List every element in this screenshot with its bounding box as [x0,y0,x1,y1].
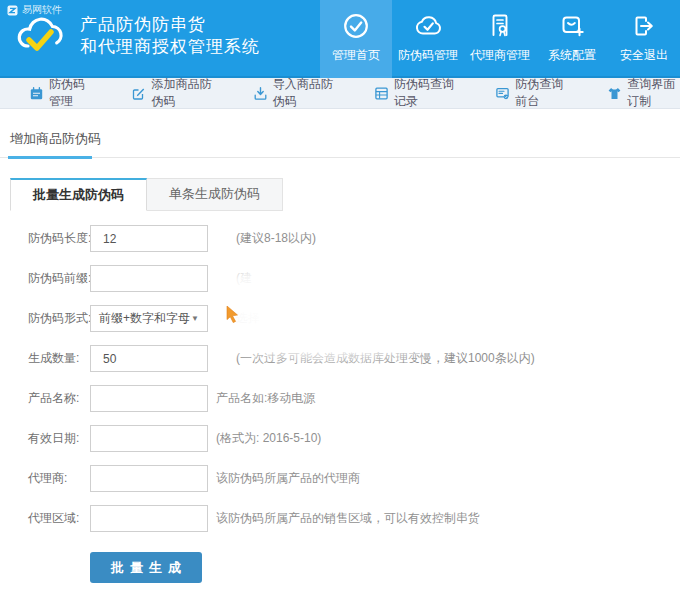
nav-item-system-config[interactable]: 系统配置 [536,0,608,78]
form-row-agent-region: 代理区域: 该防伪码所属产品的销售区域，可以有效控制串货 [28,505,680,532]
circle-check-icon [342,12,370,40]
generate-quantity-input[interactable] [90,345,208,372]
code-length-input[interactable] [90,225,208,252]
product-name-input[interactable] [90,385,208,412]
field-label: 防伪码形式: [28,310,90,327]
form-row-valid-date: 有效日期: (格式为: 2016-5-10) [28,425,680,452]
toolbar-item-code-management[interactable]: 防伪码管理 [30,76,92,110]
field-hint: 该防伪码所属产品的销售区域，可以有效控制串货 [216,510,480,527]
main-content: 增加商品防伪码 批量生成防伪码 单条生成防伪码 防伪码长度: (建议8-18以内… [0,130,680,583]
nav-item-label: 安全退出 [620,47,668,64]
field-label: 代理商: [28,470,90,487]
toolbar-item-add-codes[interactable]: 添加商品防伪码 [132,76,213,110]
cloud-check-logo-icon [14,13,68,59]
generate-codes-form: 防伪码长度: (建议8-18以内) 防伪码前缀: (建 防伪码形式: 前缀+数字… [28,225,680,583]
nav-item-agent-management[interactable]: 代理商管理 [464,0,536,78]
code-format-select[interactable]: 前缀+数字和字母 ▼ [90,305,208,332]
field-label: 有效日期: [28,430,90,447]
chevron-down-icon: ▼ [191,314,199,323]
field-hint: 选择 [236,310,260,327]
cloud-check-icon [414,12,442,40]
calendar-icon [30,87,43,100]
certificate-icon [486,12,514,40]
form-row-generate-quantity: 生成数量: (一次过多可能会造成数据库处理变慢，建议1000条以内) [28,345,680,372]
form-row-code-length: 防伪码长度: (建议8-18以内) [28,225,680,252]
field-label: 生成数量: [28,350,90,367]
app-title-line1: 产品防伪防串货 [80,14,260,36]
agent-input[interactable] [90,465,208,492]
nav-item-label: 防伪码管理 [398,47,458,64]
field-hint: 该防伪码所属产品的代理商 [216,470,360,487]
toolbar-item-label: 防伪码查询记录 [394,76,456,110]
code-prefix-input[interactable] [90,265,208,292]
toolbar-item-label: 添加商品防伪码 [151,76,213,110]
field-label: 防伪码长度: [28,230,90,247]
sub-toolbar: 防伪码管理 添加商品防伪码 导入商品防伪码 [0,78,680,109]
nav-item-code-management[interactable]: 防伪码管理 [392,0,464,78]
toolbar-item-label: 防伪查询前台 [515,76,568,110]
app-header: 易网软件 产品防伪防串货 和代理商授权管理系统 管理首页 [0,0,680,78]
app-title: 产品防伪防串货 和代理商授权管理系统 [80,14,260,58]
toolbar-item-label: 查询界面订制 [627,76,680,110]
toolbar-item-label: 防伪码管理 [49,76,92,110]
app-title-line2: 和代理商授权管理系统 [80,36,260,58]
toolbar-item-query-records[interactable]: 防伪码查询记录 [375,76,456,110]
bag-plus-icon [558,12,586,40]
field-label: 代理区域: [28,510,90,527]
valid-date-input[interactable] [90,425,208,452]
main-nav: 管理首页 防伪码管理 代理商管理 [320,0,680,78]
nav-item-label: 管理首页 [332,47,380,64]
field-hint: (建议8-18以内) [236,230,316,247]
logout-icon [630,12,658,40]
nav-item-home[interactable]: 管理首页 [320,0,392,78]
nav-item-label: 代理商管理 [470,47,530,64]
app-brand: 产品防伪防串货 和代理商授权管理系统 [14,13,260,59]
form-row-agent: 代理商: 该防伪码所属产品的代理商 [28,465,680,492]
tab-single-generate[interactable]: 单条生成防伪码 [147,178,283,211]
records-icon [375,87,388,100]
agent-region-input[interactable] [90,505,208,532]
title-divider-accent [8,156,92,159]
field-label: 产品名称: [28,390,90,407]
edit-icon [132,87,145,100]
app-window: 易网软件 产品防伪防串货 和代理商授权管理系统 管理首页 [0,0,680,595]
form-row-product-name: 产品名称: 产品名如:移动电源 [28,385,680,412]
toolbar-item-label: 导入商品防伪码 [273,76,335,110]
batch-generate-button[interactable]: 批量生成 [90,552,202,583]
tab-bar: 批量生成防伪码 单条生成防伪码 [10,178,680,211]
nav-item-logout[interactable]: 安全退出 [608,0,680,78]
form-row-code-prefix: 防伪码前缀: (建 [28,265,680,292]
shirt-icon [608,87,621,100]
field-hint: 产品名如:移动电源 [216,390,315,407]
toolbar-item-query-frontend[interactable]: 防伪查询前台 [496,76,568,110]
page-title: 增加商品防伪码 [10,130,680,148]
title-divider [0,157,680,158]
front-desk-icon [496,87,509,100]
tab-batch-generate[interactable]: 批量生成防伪码 [10,178,147,211]
field-hint: (一次过多可能会造成数据库处理变慢，建议1000条以内) [236,350,535,367]
field-hint: (格式为: 2016-5-10) [216,430,321,447]
form-row-code-format: 防伪码形式: 前缀+数字和字母 ▼ 选择 [28,305,680,332]
field-hint: (建 [236,270,252,287]
toolbar-item-ui-customize[interactable]: 查询界面订制 [608,76,680,110]
code-format-selected-value: 前缀+数字和字母 [99,310,190,327]
toolbar-item-import-codes[interactable]: 导入商品防伪码 [254,76,335,110]
import-icon [254,87,267,100]
field-label: 防伪码前缀: [28,270,90,287]
nav-item-label: 系统配置 [548,47,596,64]
